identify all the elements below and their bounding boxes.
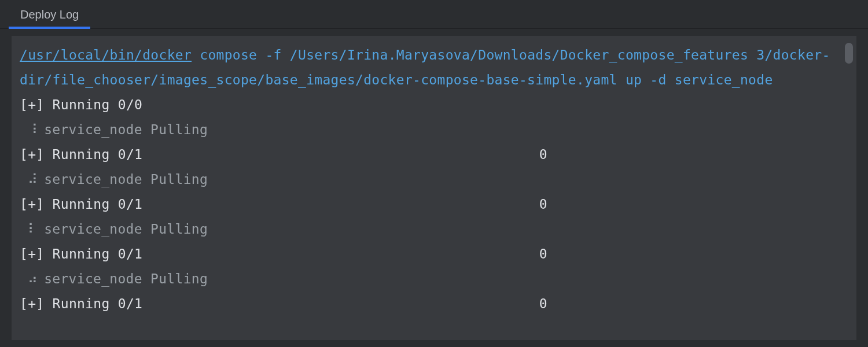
pulling-line: ⠇ service_node Pulling <box>20 217 848 242</box>
spinner-icon: ⠇ <box>28 217 36 242</box>
pulling-line: ⠸ service_node Pulling <box>20 117 848 142</box>
running-status: [+] Running 0/1 <box>20 242 142 267</box>
pulling-line: ⠴ service_node Pulling <box>20 267 848 291</box>
log-panel: /usr/local/bin/docker compose -f /Users/… <box>12 36 856 340</box>
running-count: 0 <box>539 192 848 217</box>
log-container: /usr/local/bin/docker compose -f /Users/… <box>0 29 868 347</box>
command-path: /usr/local/bin/docker <box>20 47 192 62</box>
running-count: 0 <box>539 291 848 316</box>
running-count: 0 <box>539 142 848 167</box>
scrollbar-thumb[interactable] <box>845 43 853 64</box>
running-line: [+] Running 0/10 <box>20 242 848 267</box>
running-status: [+] Running 0/1 <box>20 291 142 316</box>
tab-deploy-log[interactable]: Deploy Log <box>9 0 90 28</box>
spinner-icon: ⠸ <box>28 117 36 142</box>
pulling-text: service_node Pulling <box>36 271 208 286</box>
running-status: [+] Running 0/1 <box>20 192 142 217</box>
pulling-text: service_node Pulling <box>36 122 208 137</box>
running-status: [+] Running 0/1 <box>20 142 142 167</box>
log-content[interactable]: /usr/local/bin/docker compose -f /Users/… <box>12 43 856 316</box>
running-line: [+] Running 0/0 <box>20 93 848 117</box>
pulling-line: ⠼ service_node Pulling <box>20 167 848 192</box>
running-status: [+] Running 0/0 <box>20 93 142 117</box>
command-line: /usr/local/bin/docker compose -f /Users/… <box>20 43 848 93</box>
pulling-text: service_node Pulling <box>36 172 208 187</box>
running-line: [+] Running 0/10 <box>20 142 848 167</box>
spinner-icon: ⠴ <box>28 267 36 291</box>
running-line: [+] Running 0/10 <box>20 192 848 217</box>
running-line: [+] Running 0/10 <box>20 291 848 316</box>
tab-bar: Deploy Log <box>0 0 868 29</box>
spinner-icon: ⠼ <box>28 167 36 192</box>
running-count: 0 <box>539 242 848 267</box>
pulling-text: service_node Pulling <box>36 222 208 237</box>
